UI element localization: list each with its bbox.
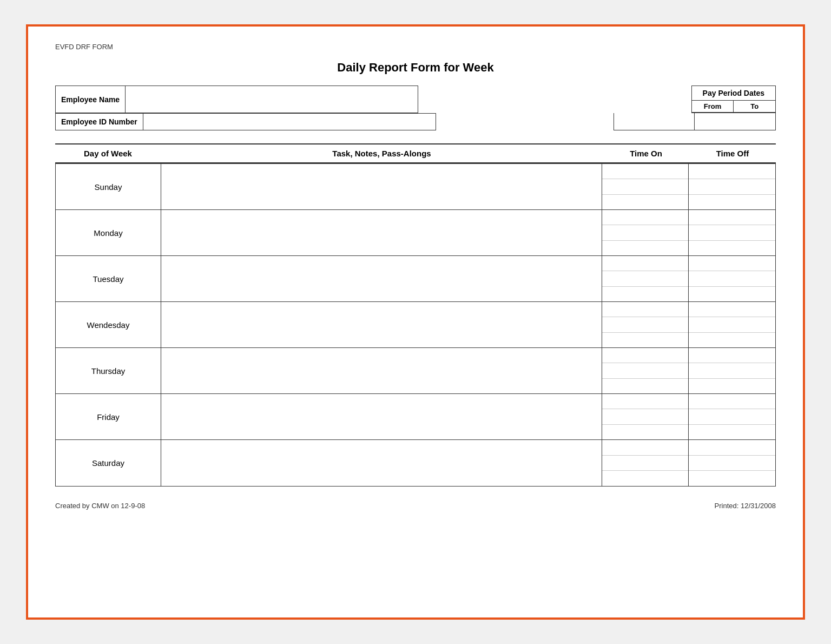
time-on-sub-row xyxy=(602,379,688,393)
task-input[interactable] xyxy=(161,302,602,347)
time-on-input[interactable] xyxy=(602,379,688,393)
time-on-input[interactable] xyxy=(602,287,688,301)
time-off-input[interactable] xyxy=(689,363,775,378)
task-cell xyxy=(161,302,602,347)
printed-label: Printed: 12/31/2008 xyxy=(715,502,776,510)
time-off-input[interactable] xyxy=(689,179,775,194)
time-on-sub-row xyxy=(602,164,688,179)
form-header-label: EVFD DRF FORM xyxy=(55,43,776,51)
time-on-input[interactable] xyxy=(602,241,688,255)
time-on-sub-row xyxy=(602,241,688,255)
time-on-input[interactable] xyxy=(602,409,688,424)
day-name: Thursday xyxy=(56,348,161,393)
time-off-input[interactable] xyxy=(689,379,775,393)
time-off-input[interactable] xyxy=(689,271,775,286)
time-off-input[interactable] xyxy=(689,471,775,486)
time-on-sub-row xyxy=(602,179,688,194)
pay-period-to: To xyxy=(734,101,775,113)
footer: Created by CMW on 12-9-08 Printed: 12/31… xyxy=(55,502,776,510)
time-off-input[interactable] xyxy=(689,394,775,409)
day-name: Wendesday xyxy=(56,302,161,347)
task-input[interactable] xyxy=(161,210,602,255)
time-on-sub-row xyxy=(602,456,688,471)
employee-name-field: Employee Name xyxy=(55,86,418,113)
time-on-input[interactable] xyxy=(602,271,688,286)
task-input[interactable] xyxy=(161,164,602,209)
table-header: Day of Week Task, Notes, Pass-Alongs Tim… xyxy=(55,143,776,163)
time-off-sub-row xyxy=(689,302,775,317)
employee-id-input[interactable] xyxy=(143,114,436,130)
time-off-input[interactable] xyxy=(689,348,775,363)
time-off-cell xyxy=(689,210,775,255)
time-off-input[interactable] xyxy=(689,241,775,255)
time-off-input[interactable] xyxy=(689,409,775,424)
time-on-input[interactable] xyxy=(602,210,688,225)
time-on-input[interactable] xyxy=(602,179,688,194)
time-on-sub-row xyxy=(602,333,688,347)
time-on-sub-row xyxy=(602,195,688,209)
time-on-input[interactable] xyxy=(602,425,688,439)
time-on-sub-row xyxy=(602,302,688,317)
time-on-input[interactable] xyxy=(602,363,688,378)
time-on-input[interactable] xyxy=(602,225,688,240)
day-name: Saturday xyxy=(56,440,161,486)
time-off-sub-row xyxy=(689,271,775,286)
day-name: Tuesday xyxy=(56,256,161,301)
time-on-cell xyxy=(602,440,689,486)
time-on-input[interactable] xyxy=(602,471,688,486)
time-off-cell xyxy=(689,256,775,301)
time-on-input[interactable] xyxy=(602,195,688,209)
task-cell xyxy=(161,394,602,439)
col-day-header: Day of Week xyxy=(55,149,161,158)
time-off-input[interactable] xyxy=(689,256,775,271)
pay-to-input[interactable] xyxy=(695,113,775,130)
time-on-sub-row xyxy=(602,287,688,301)
time-on-cell xyxy=(602,394,689,439)
time-on-input[interactable] xyxy=(602,317,688,332)
employee-name-input[interactable] xyxy=(126,86,418,113)
time-off-sub-row xyxy=(689,256,775,271)
time-off-sub-row xyxy=(689,348,775,363)
task-input[interactable] xyxy=(161,348,602,393)
time-off-input[interactable] xyxy=(689,225,775,240)
employee-name-label: Employee Name xyxy=(56,86,126,113)
task-input[interactable] xyxy=(161,394,602,439)
task-input[interactable] xyxy=(161,440,602,486)
time-off-input[interactable] xyxy=(689,302,775,317)
time-off-input[interactable] xyxy=(689,195,775,209)
time-off-input[interactable] xyxy=(689,333,775,347)
day-name: Friday xyxy=(56,394,161,439)
time-off-input[interactable] xyxy=(689,317,775,332)
time-on-input[interactable] xyxy=(602,164,688,179)
time-off-cell xyxy=(689,440,775,486)
time-on-input[interactable] xyxy=(602,394,688,409)
table-row: Tuesday xyxy=(56,256,775,302)
time-on-input[interactable] xyxy=(602,256,688,271)
time-on-input[interactable] xyxy=(602,440,688,455)
time-off-sub-row xyxy=(689,409,775,424)
time-off-input[interactable] xyxy=(689,164,775,179)
time-off-input[interactable] xyxy=(689,456,775,471)
time-on-sub-row xyxy=(602,225,688,240)
pay-from-input-wrapper xyxy=(614,113,695,130)
pay-period-label: Pay Period Dates xyxy=(692,86,775,101)
time-off-cell xyxy=(689,394,775,439)
task-input[interactable] xyxy=(161,256,602,301)
time-off-sub-row xyxy=(689,363,775,378)
time-off-sub-row xyxy=(689,179,775,194)
time-on-input[interactable] xyxy=(602,456,688,471)
time-on-cell xyxy=(602,348,689,393)
time-off-sub-row xyxy=(689,287,775,301)
time-on-input[interactable] xyxy=(602,333,688,347)
time-on-input[interactable] xyxy=(602,348,688,363)
time-on-input[interactable] xyxy=(602,302,688,317)
table-row: Monday xyxy=(56,210,775,256)
time-off-input[interactable] xyxy=(689,440,775,455)
pay-from-input[interactable] xyxy=(614,113,694,130)
time-off-sub-row xyxy=(689,456,775,471)
time-off-input[interactable] xyxy=(689,287,775,301)
time-on-cell xyxy=(602,302,689,347)
to-label: To xyxy=(734,101,775,113)
time-off-input[interactable] xyxy=(689,425,775,439)
time-off-input[interactable] xyxy=(689,210,775,225)
